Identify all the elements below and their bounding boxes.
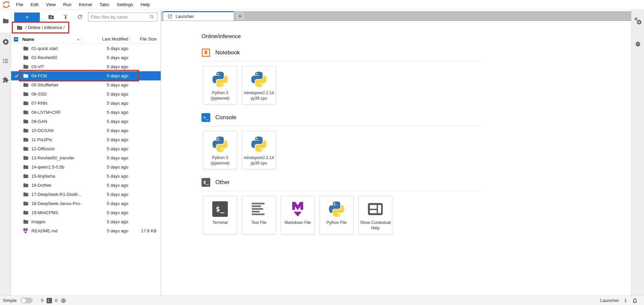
python-icon — [212, 71, 229, 88]
table-row[interactable]: 05-ShuffleNet5 days ago — [11, 80, 161, 90]
launcher-card-markdown-file[interactable]: Markdown File — [281, 196, 315, 234]
folder-icon — [23, 100, 29, 106]
menu-help[interactable]: Help — [137, 0, 154, 9]
file-name: 12-Diffusion — [31, 146, 82, 151]
folder-icon — [23, 182, 29, 188]
table-row[interactable]: README.md5 days ago17.6 KB — [11, 226, 161, 235]
table-row[interactable]: 06-SSD5 days ago — [11, 90, 161, 99]
table-row[interactable]: images5 days ago — [11, 217, 161, 226]
gears-icon — [634, 17, 642, 25]
file-name: 16-DctNet — [31, 183, 82, 188]
file-name: 19-MiniCPM3 — [31, 210, 82, 215]
table-row[interactable]: 02-ResNet505 days ago — [11, 53, 161, 62]
table-row[interactable]: 01-quick start5 days ago — [11, 44, 161, 53]
folder-icon — [23, 55, 29, 60]
section-title: Other — [215, 179, 230, 186]
table-row[interactable]: 11-Pix2Pix5 days ago — [11, 135, 161, 144]
right-sidebar — [631, 9, 644, 296]
select-all-checkbox[interactable] — [14, 37, 18, 42]
launcher-card-contextual-help[interactable]: Show Contextual Help — [358, 196, 392, 234]
sidebar-item-table-of-contents[interactable] — [0, 51, 11, 70]
menu-view[interactable]: View — [42, 0, 59, 9]
file-modified: 5 days ago — [82, 164, 131, 170]
sidebar-item-property-inspector[interactable] — [632, 17, 643, 25]
file-modified: 5 days ago — [82, 155, 131, 160]
table-row[interactable]: 19-MiniCPM35 days ago — [11, 208, 161, 217]
launcher-card-python-file[interactable]: Python File — [320, 196, 353, 234]
running-sessions-indicator[interactable]: 0 $_ 0 — [41, 298, 66, 304]
card-label: Show Contextual Help — [360, 220, 391, 231]
file-modified: 5 days ago — [82, 110, 131, 115]
table-row[interactable]: 03-ViT5 days ago — [11, 62, 161, 71]
check-icon — [14, 73, 19, 78]
breadcrumb-path[interactable]: / Online / inference / — [25, 25, 64, 30]
menu-run[interactable]: Run — [59, 0, 75, 9]
section-divider — [202, 191, 479, 191]
folder-icon — [23, 46, 29, 51]
card-label: Markdown File — [282, 220, 313, 226]
menu-edit[interactable]: Edit — [27, 0, 42, 9]
bell-icon[interactable] — [632, 298, 638, 304]
folder-icon — [23, 91, 29, 97]
table-row[interactable]: 15-tinyllama5 days ago — [11, 172, 161, 181]
refresh-icon[interactable] — [77, 14, 83, 20]
file-modified: 5 days ago — [82, 174, 131, 179]
sidebar-item-extensions[interactable] — [0, 70, 11, 89]
launcher-section-notebook: Notebook Python 3 (ipykernel) mindspore2… — [202, 48, 479, 104]
table-row[interactable]: 10-DCGAN5 days ago — [11, 126, 161, 135]
launcher-card-mindspore-notebook[interactable]: mindspore2.2.14 py39 cpu — [242, 66, 276, 104]
app-logo[interactable] — [0, 1, 12, 8]
launcher-card-text-file[interactable]: Text File — [242, 196, 276, 234]
file-name: 08-LSTM+CRF — [31, 110, 82, 115]
sort-ascending-icon[interactable]: ▲ — [77, 38, 82, 41]
table-row[interactable]: 09-GAN5 days ago — [11, 117, 161, 126]
breadcrumb[interactable]: / Online / inference / — [12, 22, 69, 33]
upload-icon[interactable] — [62, 14, 69, 20]
table-row[interactable]: 14-qwen1.5-0.5b5 days ago — [11, 162, 161, 172]
file-modified: 5 days ago — [82, 46, 131, 51]
table-row[interactable]: 13-ResNet50_transfer5 days ago — [11, 153, 161, 162]
table-row[interactable]: 07-RNN5 days ago — [11, 99, 161, 108]
menu-settings[interactable]: Settings — [113, 0, 137, 9]
table-row[interactable]: 08-LSTM+CRF5 days ago — [11, 108, 161, 117]
card-label: Text File — [243, 220, 274, 226]
python-icon — [250, 135, 267, 153]
contextual-help-icon — [367, 200, 383, 218]
table-row[interactable]: 12-Diffusion5 days ago — [11, 144, 161, 153]
toggle-knob — [21, 298, 26, 303]
tab-launcher[interactable]: Launcher — [163, 11, 234, 21]
bug-icon — [635, 41, 641, 47]
sidebar-item-file-browser[interactable] — [0, 9, 11, 32]
file-modified: 5 days ago — [82, 219, 131, 224]
launcher-card-python3-console[interactable]: Python 3 (ipykernel) — [203, 131, 237, 169]
table-row[interactable]: 17-DeepSeek-R1-Distill-...5 days ago — [11, 190, 161, 199]
column-header-size[interactable]: File Size — [131, 35, 161, 44]
launcher-section-other: $_ Other $_ Terminal Text File Mar — [202, 178, 479, 234]
launcher-card-mindspore-console[interactable]: mindspore2.2.14 py39 cpu — [242, 131, 276, 169]
sidebar-item-running-sessions[interactable] — [0, 32, 11, 51]
file-modified: 5 days ago — [82, 64, 131, 69]
sidebar-item-debugger[interactable] — [632, 41, 643, 47]
new-folder-icon[interactable] — [48, 14, 54, 20]
card-label: Python File — [321, 220, 352, 226]
menu-kernel[interactable]: Kernel — [75, 0, 96, 9]
section-divider — [202, 126, 479, 126]
menu-file[interactable]: File — [12, 0, 27, 9]
table-row[interactable]: 18-DeepSeek-Janus-Pro-...5 days ago — [11, 199, 161, 208]
file-modified: 5 days ago — [82, 101, 131, 106]
filter-files-input[interactable] — [91, 15, 149, 20]
table-row[interactable]: 16-DctNet5 days ago — [11, 181, 161, 190]
new-launcher-button[interactable]: + — [14, 12, 40, 22]
kernel-count: 0 — [55, 298, 58, 303]
new-tab-button[interactable]: + — [236, 12, 244, 20]
launcher-card-terminal[interactable]: $_ Terminal — [203, 196, 237, 234]
file-modified: 5 days ago — [82, 146, 131, 151]
folder-icon — [23, 192, 29, 197]
simple-mode-toggle[interactable] — [21, 298, 33, 303]
launcher-card-python3-notebook[interactable]: Python 3 (ipykernel) — [203, 66, 237, 104]
column-header-name[interactable]: Name — [22, 37, 34, 42]
column-header-modified[interactable]: Last Modified — [82, 35, 131, 44]
table-row-selected[interactable]: 04-FCN 5 days ago — [11, 71, 161, 80]
file-name: 02-ResNet50 — [31, 55, 82, 60]
menu-tabs[interactable]: Tabs — [96, 0, 113, 9]
